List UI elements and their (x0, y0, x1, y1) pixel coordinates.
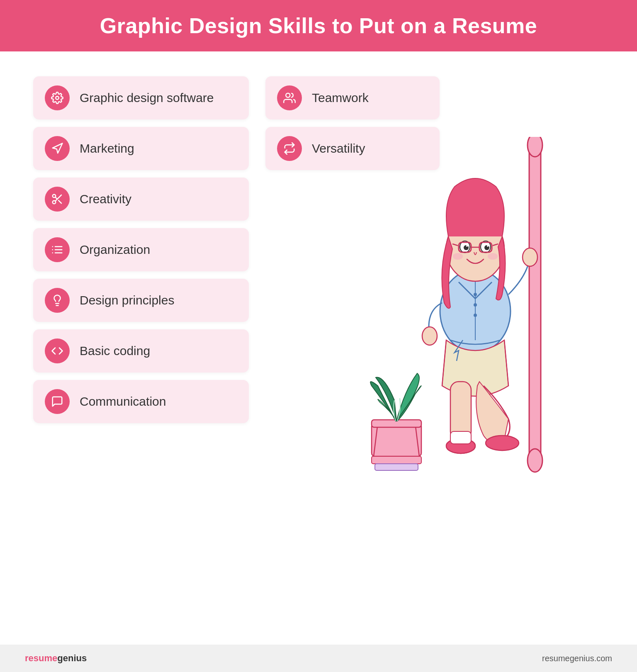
svg-point-44 (453, 253, 463, 260)
svg-point-30 (486, 436, 519, 450)
svg-point-38 (487, 245, 489, 247)
svg-point-21 (474, 303, 477, 307)
skill-card-marketing: Marketing (33, 127, 249, 170)
svg-point-23 (422, 327, 437, 345)
svg-point-14 (286, 93, 290, 97)
svg-point-24 (523, 248, 537, 266)
skill-label-design-principles: Design principles (80, 293, 174, 307)
svg-rect-15 (529, 145, 541, 460)
svg-rect-48 (372, 456, 421, 464)
svg-point-37 (466, 245, 468, 247)
skill-card-basic-coding: Basic coding (33, 329, 249, 373)
main-content: Graphic design software Marketing (0, 51, 637, 645)
skill-card-organization: Organization (33, 228, 249, 271)
skill-icon-marketing (45, 136, 70, 161)
code-icon (51, 345, 63, 357)
skill-card-communication: Communication (33, 380, 249, 423)
svg-point-16 (528, 137, 542, 157)
skill-card-teamwork: Teamwork (265, 76, 440, 119)
footer-brand: resumegenius (25, 653, 87, 664)
svg-point-36 (484, 245, 489, 250)
page-title: Graphic Design Skills to Put on a Resume (17, 13, 620, 38)
illustration-area (265, 170, 604, 628)
skill-icon-basic-coding (45, 338, 70, 363)
bulb-icon (51, 294, 63, 307)
svg-point-45 (488, 253, 498, 260)
right-column: Teamwork Versatility (265, 76, 604, 628)
svg-line-5 (55, 197, 57, 199)
scissors-icon (51, 193, 63, 205)
skill-label-organization: Organization (80, 243, 150, 257)
skill-label-creativity: Creativity (80, 192, 131, 206)
arrows-icon (283, 142, 296, 155)
skill-card-creativity: Creativity (33, 178, 249, 221)
people-icon (283, 92, 296, 104)
skill-card-graphic-design-software: Graphic design software (33, 76, 249, 119)
svg-point-20 (474, 293, 477, 296)
skill-label-basic-coding: Basic coding (80, 344, 150, 358)
left-skills-column: Graphic design software Marketing (33, 76, 249, 628)
skill-label-marketing: Marketing (80, 141, 134, 156)
skill-icon-teamwork (277, 85, 302, 110)
skill-icon-communication (45, 389, 70, 414)
skill-icon-graphic-design-software (45, 85, 70, 110)
chat-icon (51, 395, 63, 408)
svg-point-22 (474, 314, 477, 317)
skill-icon-versatility (277, 136, 302, 161)
skill-label-communication: Communication (80, 394, 166, 409)
footer: resumegenius resumegenius.com (0, 645, 637, 672)
footer-brand-resume: resume (25, 653, 57, 663)
skill-icon-organization (45, 237, 70, 262)
gear-icon (51, 92, 63, 104)
skill-label-teamwork: Teamwork (312, 91, 369, 105)
header: Graphic Design Skills to Put on a Resume (0, 0, 637, 51)
svg-point-35 (464, 245, 469, 250)
skill-icon-design-principles (45, 288, 70, 313)
skill-label-graphic-design-software: Graphic design software (80, 91, 214, 105)
character-illustration (330, 137, 612, 510)
svg-rect-31 (450, 431, 471, 444)
footer-brand-genius: genius (57, 653, 87, 663)
svg-line-4 (58, 200, 61, 203)
svg-rect-49 (375, 464, 418, 470)
svg-point-0 (56, 96, 59, 100)
footer-url: resumegenius.com (542, 654, 612, 663)
megaphone-icon (51, 142, 63, 155)
skill-card-design-principles: Design principles (33, 279, 249, 322)
svg-point-17 (528, 449, 542, 472)
list-icon (51, 243, 63, 256)
skill-icon-creativity (45, 187, 70, 212)
